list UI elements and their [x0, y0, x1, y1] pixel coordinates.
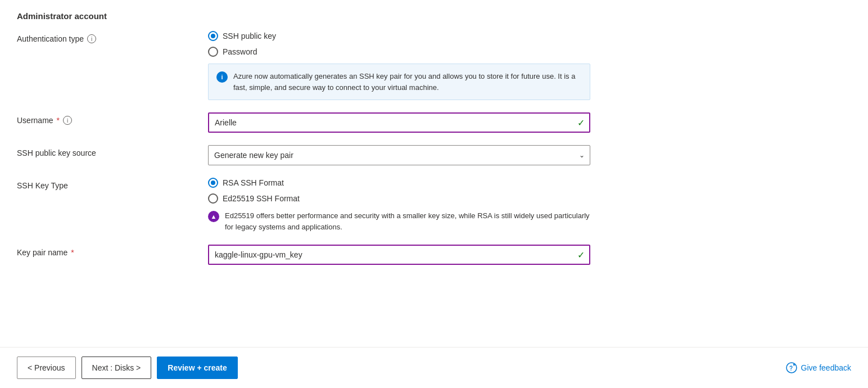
key-pair-name-input[interactable]: [208, 245, 590, 265]
section-title: Administrator account: [17, 11, 851, 21]
username-input-wrapper: ✓: [208, 112, 590, 133]
username-valid-check: ✓: [577, 118, 585, 128]
ssh-key-source-control: Generate new key pair ⌄: [208, 145, 590, 165]
password-radio-button[interactable]: [208, 47, 218, 57]
ed25519-ssh-format-label: Ed25519 SSH Format: [223, 194, 300, 203]
key-pair-name-label: Key pair name *: [17, 245, 208, 257]
rsa-ssh-format-option[interactable]: RSA SSH Format: [208, 178, 590, 188]
key-pair-name-valid-check: ✓: [577, 250, 585, 260]
username-input[interactable]: [208, 112, 590, 133]
rsa-radio-button[interactable]: [208, 178, 218, 188]
give-feedback-icon: [786, 362, 797, 373]
authentication-type-info-icon[interactable]: i: [87, 34, 96, 43]
ssh-info-box: i Azure now automatically generates an S…: [208, 64, 590, 100]
key-pair-name-required-marker: *: [71, 248, 74, 257]
ssh-key-type-control: RSA SSH Format Ed25519 SSH Format ▲ Ed25…: [208, 178, 590, 232]
ed25519-radio-button[interactable]: [208, 193, 218, 204]
authentication-type-row: Authentication type i SSH public key Pas…: [17, 31, 851, 100]
password-label: Password: [223, 47, 257, 56]
ssh-public-key-option[interactable]: SSH public key: [208, 31, 590, 41]
ssh-key-type-label: SSH Key Type: [17, 178, 208, 190]
give-feedback-button[interactable]: Give feedback: [786, 362, 852, 373]
rsa-ssh-format-label: RSA SSH Format: [223, 178, 284, 187]
ssh-key-type-note-box: ▲ Ed25519 offers better performance and …: [208, 210, 590, 232]
authentication-type-label: Authentication type i: [17, 31, 208, 43]
ed25519-ssh-format-option[interactable]: Ed25519 SSH Format: [208, 193, 590, 204]
username-row: Username * i ✓: [17, 112, 851, 133]
username-required-marker: *: [57, 116, 60, 125]
key-pair-name-row: Key pair name * ✓: [17, 245, 851, 265]
note-icon: ▲: [208, 211, 219, 222]
ssh-key-type-note-text: Ed25519 offers better performance and se…: [225, 210, 590, 232]
username-label: Username * i: [17, 112, 208, 125]
svg-point-1: [790, 370, 791, 371]
footer: < Previous Next : Disks > Review + creat…: [0, 347, 868, 388]
password-option[interactable]: Password: [208, 47, 590, 57]
ssh-radio-button[interactable]: [208, 31, 218, 41]
ssh-key-type-radio-group: RSA SSH Format Ed25519 SSH Format: [208, 178, 590, 204]
ssh-key-source-label: SSH public key source: [17, 145, 208, 157]
authentication-type-radio-group: SSH public key Password: [208, 31, 590, 57]
info-box-text: Azure now automatically generates an SSH…: [233, 71, 582, 93]
key-pair-name-input-wrapper: ✓: [208, 245, 590, 265]
ssh-key-source-row: SSH public key source Generate new key p…: [17, 145, 851, 165]
ssh-key-source-dropdown[interactable]: Generate new key pair: [208, 145, 590, 165]
review-create-button[interactable]: Review + create: [157, 357, 237, 379]
ssh-key-source-dropdown-wrapper: Generate new key pair ⌄: [208, 145, 590, 165]
ssh-public-key-label: SSH public key: [223, 31, 276, 40]
authentication-type-control: SSH public key Password i Azure now auto…: [208, 31, 590, 100]
username-info-icon[interactable]: i: [63, 116, 72, 125]
next-disks-button[interactable]: Next : Disks >: [82, 357, 152, 379]
key-pair-name-control: ✓: [208, 245, 590, 265]
username-control: ✓: [208, 112, 590, 133]
ssh-key-type-row: SSH Key Type RSA SSH Format Ed25519 SSH …: [17, 178, 851, 232]
previous-button[interactable]: < Previous: [17, 357, 76, 379]
info-box-icon: i: [216, 71, 228, 83]
